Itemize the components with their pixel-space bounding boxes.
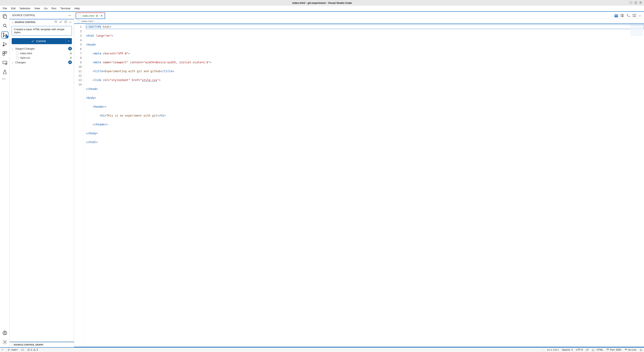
- warnings-count: 0: [37, 348, 38, 351]
- maximize-button[interactable]: ▢: [634, 1, 638, 5]
- minimize-button[interactable]: –: [629, 1, 633, 5]
- open-changes-icon[interactable]: [620, 14, 624, 18]
- run-debug-icon[interactable]: [2, 42, 8, 47]
- breadcrumb-rest: …: [96, 20, 99, 23]
- notifications-icon[interactable]: [638, 348, 644, 352]
- svg-marker-7: [4, 42, 6, 46]
- menu-terminal[interactable]: Terminal: [59, 7, 72, 10]
- commit-message-input[interactable]: Created a basic HTML template with simpl…: [12, 26, 72, 36]
- file-name: style.css: [20, 56, 30, 59]
- menu-run[interactable]: Run: [50, 7, 58, 10]
- settings-gear-icon[interactable]: [2, 339, 8, 345]
- tab-close-icon[interactable]: ✕: [100, 14, 103, 17]
- remote-explorer-icon[interactable]: [2, 60, 8, 65]
- compare-icon[interactable]: [626, 14, 630, 18]
- menu-selection[interactable]: Selection: [18, 7, 32, 10]
- svg-point-37: [626, 349, 626, 350]
- refresh-icon[interactable]: [64, 20, 67, 24]
- commit-button-row: Commit: [12, 38, 72, 44]
- scm-graph-header[interactable]: SOURCE CONTROL GRAPH: [10, 342, 74, 347]
- editor-more-icon[interactable]: ⋯: [638, 14, 642, 17]
- indentation[interactable]: Spaces: 4: [560, 348, 574, 352]
- tab-index-html[interactable]: index.html A ✕: [76, 13, 105, 19]
- remote-indicator[interactable]: [0, 348, 6, 351]
- language-mode[interactable]: { } HTML: [590, 348, 605, 352]
- section-more-icon[interactable]: ⋯: [69, 21, 72, 24]
- svg-rect-11: [3, 54, 5, 55]
- commit-button[interactable]: Commit: [12, 38, 66, 44]
- eol[interactable]: LF: [584, 348, 590, 352]
- file-status: A: [70, 56, 72, 59]
- editor-group: index.html A ✕ PHP ⋯ index.html › … 1234…: [74, 12, 644, 347]
- accounts-icon[interactable]: [2, 330, 8, 335]
- commit-check-icon[interactable]: [59, 20, 62, 24]
- scm-section-header[interactable]: SOURCE CONTROL ⋯: [10, 19, 74, 25]
- breadcrumb-sep: ›: [94, 20, 95, 23]
- problems-indicator[interactable]: 0 0: [26, 348, 40, 351]
- svg-point-24: [8, 349, 8, 349]
- more-activity-icon[interactable]: [2, 79, 8, 81]
- activity-bar: 2: [0, 12, 10, 347]
- breadcrumb-file: index.html: [81, 20, 93, 23]
- explorer-icon[interactable]: [2, 14, 8, 19]
- svg-rect-10: [5, 51, 7, 53]
- menu-view[interactable]: View: [33, 7, 42, 10]
- branch-indicator[interactable]: main+: [6, 348, 20, 351]
- extensions-icon[interactable]: [2, 51, 8, 56]
- svg-point-2: [3, 24, 6, 27]
- svg-point-4: [3, 33, 4, 34]
- titlebar: index.html - git-experiment - Visual Stu…: [0, 0, 644, 6]
- svg-point-5: [3, 36, 4, 37]
- breadcrumb[interactable]: index.html › …: [74, 19, 644, 24]
- tab-strip: index.html A ✕ PHP ⋯: [74, 12, 644, 19]
- commit-dropdown-button[interactable]: [66, 38, 72, 44]
- menu-edit[interactable]: Edit: [10, 7, 17, 10]
- chevron-down-icon: [12, 47, 14, 50]
- cursor-position[interactable]: Ln 1, Col 1: [546, 348, 560, 352]
- split-editor-icon[interactable]: [632, 14, 636, 18]
- file-row[interactable]: index.html A: [10, 51, 74, 55]
- source-control-icon[interactable]: 2: [2, 32, 8, 38]
- graph-title: SOURCE CONTROL GRAPH: [14, 343, 43, 346]
- side-panel: SOURCE CONTROL ⋯ SOURCE CONTROL ⋯ Create…: [10, 12, 74, 347]
- branch-name: main+: [11, 348, 18, 351]
- search-icon[interactable]: [2, 23, 8, 28]
- menubar: File Edit Selection View Go Run Terminal…: [0, 6, 644, 11]
- cloud-sync-icon: [21, 348, 24, 351]
- scm-section: SOURCE CONTROL ⋯ Created a basic HTML te…: [10, 19, 74, 342]
- menu-help[interactable]: Help: [73, 7, 81, 10]
- panel-title: SOURCE CONTROL: [12, 14, 36, 17]
- file-icon: [16, 52, 19, 55]
- svg-point-16: [4, 332, 6, 333]
- close-button[interactable]: ✕: [639, 1, 642, 5]
- svg-rect-18: [621, 14, 622, 17]
- chevron-down-icon: [68, 40, 70, 43]
- port-label: Port: 3000: [610, 348, 621, 351]
- panel-header: SOURCE CONTROL ⋯: [10, 12, 74, 19]
- testing-icon[interactable]: [2, 69, 8, 75]
- encoding[interactable]: UTF-8: [574, 348, 584, 352]
- port-indicator[interactable]: Port: 3000: [605, 348, 623, 352]
- group-changes[interactable]: Changes 0: [10, 60, 74, 65]
- minimap[interactable]: [630, 24, 643, 36]
- code-area[interactable]: 1234567891011121314 <!DOCTYPE html> <htm…: [74, 24, 644, 347]
- code-content[interactable]: <!DOCTYPE html> <html lang="en"> <head> …: [84, 24, 644, 347]
- go-live-button[interactable]: Go Live: [623, 348, 638, 352]
- menu-file[interactable]: File: [1, 7, 9, 10]
- php-debug-icon[interactable]: PHP: [614, 15, 618, 17]
- svg-rect-9: [3, 51, 5, 53]
- line-number-gutter: 1234567891011121314: [74, 24, 84, 347]
- view-as-tree-icon[interactable]: [54, 20, 58, 24]
- file-row[interactable]: style.css A: [10, 55, 74, 60]
- group-staged-changes[interactable]: Staged Changes 2: [10, 46, 74, 51]
- menu-go[interactable]: Go: [42, 7, 49, 10]
- panel-more-icon[interactable]: ⋯: [68, 14, 72, 17]
- file-icon: [78, 14, 81, 17]
- zoom-indicator[interactable]: [541, 348, 546, 352]
- svg-point-31: [34, 350, 34, 350]
- go-live-label: Go Live: [628, 348, 636, 351]
- group-count-badge: 2: [68, 47, 72, 50]
- check-icon: [31, 40, 34, 43]
- sync-indicator[interactable]: [20, 348, 26, 351]
- editor-actions: PHP ⋯: [612, 14, 644, 19]
